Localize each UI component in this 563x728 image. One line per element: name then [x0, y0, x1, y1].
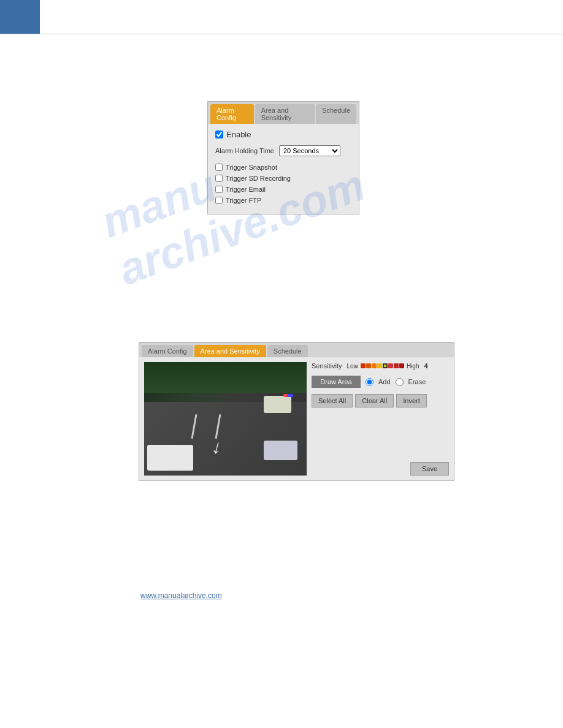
alarm-config-tab-bar: Alarm Config Area and Sensitivity Schedu…: [208, 102, 359, 124]
add-label: Add: [378, 378, 391, 385]
camera-preview: ↓: [144, 362, 307, 476]
enable-label: Enable: [226, 130, 251, 139]
trigger-ftp-checkbox[interactable]: [215, 197, 223, 204]
sens-seg-8: [399, 363, 404, 368]
add-radio[interactable]: [366, 378, 373, 386]
controls-panel: Sensitivity Low High 4 Draw Area: [312, 362, 449, 476]
car-2: [264, 441, 297, 460]
holding-time-row: Alarm Holding Time 5 Seconds 10 Seconds …: [215, 145, 351, 156]
area-sensitivity-panel: Alarm Config Area and Sensitivity Schedu…: [139, 342, 454, 481]
manual-archive-link[interactable]: www.manualarchive.com: [140, 591, 222, 600]
holding-time-label: Alarm Holding Time: [215, 147, 274, 154]
trigger-email-row: Trigger Email: [215, 186, 351, 193]
add-erase-group: Add Erase: [366, 378, 426, 386]
trees: [144, 362, 307, 393]
tab-area-sensitivity-1[interactable]: Area and Sensitivity: [255, 104, 315, 124]
sens-seg-1: [361, 363, 366, 368]
trigger-sd-row: Trigger SD Recording: [215, 175, 351, 182]
tab-alarm-config[interactable]: Alarm Config: [210, 104, 254, 124]
sens-seg-7: [394, 363, 399, 368]
sens-seg-3: [372, 363, 377, 368]
top-separator: [0, 34, 563, 34]
high-label: High: [407, 363, 419, 370]
erase-label: Erase: [408, 378, 426, 385]
invert-button[interactable]: Invert: [396, 394, 427, 408]
sens-seg-4: [377, 363, 382, 368]
tab-area-sensitivity-2[interactable]: Area and Sensitivity: [194, 345, 266, 357]
trigger-snapshot-label: Trigger Snapshot: [226, 164, 277, 171]
alarm-config-body: Enable Alarm Holding Time 5 Seconds 10 S…: [208, 124, 359, 214]
sens-seg-5-active: [383, 363, 388, 368]
police-light-blue: [287, 394, 293, 397]
trigger-sd-checkbox[interactable]: [215, 175, 223, 182]
holding-time-select[interactable]: 5 Seconds 10 Seconds 20 Seconds 30 Secon…: [279, 145, 340, 156]
enable-checkbox[interactable]: [215, 131, 223, 138]
sens-seg-6: [388, 363, 393, 368]
alarm-config-panel: Alarm Config Area and Sensitivity Schedu…: [207, 101, 359, 214]
erase-radio[interactable]: [396, 378, 404, 386]
car-1: [147, 445, 193, 471]
action-buttons: Select All Clear All Invert: [312, 394, 449, 408]
sensitivity-value: 4: [424, 362, 427, 370]
trigger-ftp-label: Trigger FTP: [226, 197, 261, 204]
draw-area-row: Draw Area Add Erase: [312, 376, 449, 388]
select-all-button[interactable]: Select All: [312, 394, 353, 408]
enable-row: Enable: [215, 130, 351, 139]
top-bar: [0, 0, 40, 34]
sensitivity-bar: [361, 363, 404, 368]
area-panel-body: ↓ Sensitivity Low: [139, 357, 454, 480]
trigger-snapshot-checkbox[interactable]: [215, 164, 223, 171]
trigger-email-checkbox[interactable]: [215, 186, 223, 193]
trigger-snapshot-row: Trigger Snapshot: [215, 164, 351, 171]
trigger-email-label: Trigger Email: [226, 186, 266, 193]
sens-seg-2: [366, 363, 371, 368]
sensitivity-label: Sensitivity: [312, 362, 342, 370]
draw-area-button[interactable]: Draw Area: [312, 376, 361, 388]
trigger-ftp-row: Trigger FTP: [215, 197, 351, 204]
car-3: [264, 396, 291, 413]
tab-schedule-1[interactable]: Schedule: [316, 104, 356, 124]
save-row: Save: [312, 456, 449, 476]
sensitivity-row: Sensitivity Low High 4: [312, 362, 449, 370]
tab-schedule-2[interactable]: Schedule: [267, 345, 308, 357]
trigger-sd-label: Trigger SD Recording: [226, 175, 291, 182]
save-button[interactable]: Save: [410, 462, 449, 476]
area-sensitivity-tab-bar: Alarm Config Area and Sensitivity Schedu…: [139, 343, 454, 357]
clear-all-button[interactable]: Clear All: [355, 394, 394, 408]
tab-alarm-config-2[interactable]: Alarm Config: [142, 345, 193, 357]
low-label: Low: [347, 363, 358, 370]
